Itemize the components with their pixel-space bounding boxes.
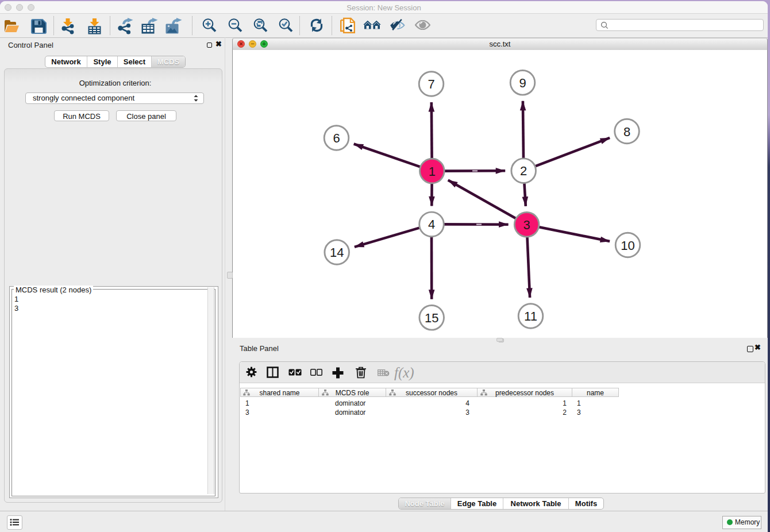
svg-text:9: 9 (519, 76, 526, 90)
svg-text:6: 6 (333, 131, 340, 145)
svg-text:1: 1 (429, 164, 436, 179)
svg-text:7: 7 (428, 77, 434, 91)
svg-text:11: 11 (524, 309, 537, 323)
svg-text:15: 15 (425, 311, 438, 325)
svg-text:14: 14 (330, 245, 344, 260)
svg-text:10: 10 (621, 238, 634, 253)
svg-text:2: 2 (520, 164, 527, 178)
svg-text:3: 3 (523, 218, 530, 232)
svg-text:8: 8 (623, 125, 630, 139)
svg-text:4: 4 (428, 217, 435, 232)
